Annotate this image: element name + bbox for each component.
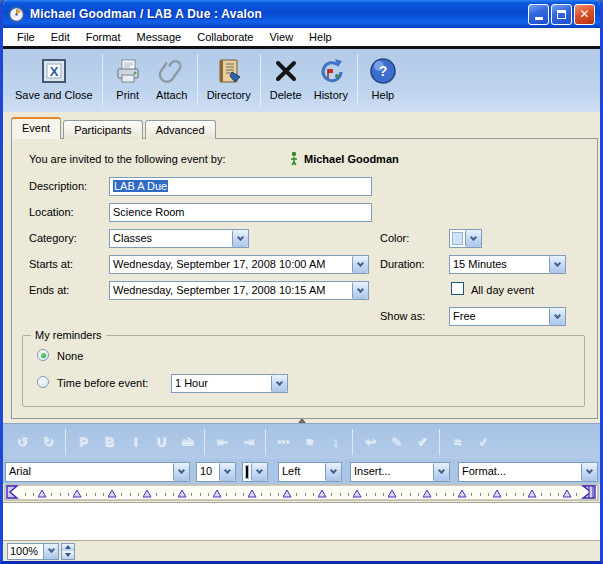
toolbar-separator	[265, 429, 266, 455]
close-button[interactable]: ✕	[574, 4, 595, 25]
tab-participants[interactable]: Participants	[63, 120, 142, 139]
insert-below-icon[interactable]: ↓	[323, 431, 347, 453]
directory-button[interactable]: Directory	[201, 53, 257, 103]
menu-help[interactable]: Help	[301, 30, 340, 44]
show-as-select[interactable]: Free	[449, 307, 566, 326]
zoom-spinner[interactable]	[61, 543, 75, 560]
chevron-down-icon[interactable]	[549, 256, 565, 273]
print-button[interactable]: Print	[106, 53, 150, 103]
approve-icon[interactable]: ✔	[410, 431, 434, 453]
titlebar[interactable]: Michael Goodman / LAB A Due : Avalon ✕	[3, 0, 600, 28]
minimize-button[interactable]	[528, 4, 549, 25]
menu-file[interactable]: File	[9, 30, 43, 44]
message-body[interactable]	[3, 502, 600, 540]
zoom-select[interactable]: 100%	[7, 543, 59, 560]
delete-button[interactable]: Delete	[264, 53, 308, 103]
maximize-button[interactable]	[551, 4, 572, 25]
attach-button[interactable]: Attach	[150, 53, 194, 103]
format-select[interactable]: Format...	[458, 462, 598, 482]
menu-message[interactable]: Message	[129, 30, 190, 44]
menu-collaborate[interactable]: Collaborate	[189, 30, 261, 44]
spellcheck-icon[interactable]: ✓	[471, 431, 495, 453]
toolbar-separator	[352, 429, 353, 455]
indent-icon[interactable]: ⇥	[236, 431, 260, 453]
chevron-down-icon[interactable]	[352, 282, 368, 299]
starts-at-label: Starts at:	[29, 258, 73, 270]
help-button[interactable]: ? Help	[361, 53, 405, 103]
location-input[interactable]: Science Room	[109, 203, 372, 222]
color-select[interactable]	[449, 229, 482, 248]
font-toolbar: Arial 10 Left Insert... Format...	[3, 459, 600, 484]
insert-select[interactable]: Insert...	[350, 462, 450, 482]
menu-view[interactable]: View	[261, 30, 301, 44]
tab-stops-icon[interactable]: ⋯	[271, 431, 295, 453]
font-size-select[interactable]: 10	[196, 462, 236, 482]
reminder-none-radio[interactable]	[37, 349, 49, 361]
tab-strip: Event Participants Advanced	[11, 116, 218, 138]
plain-text-icon[interactable]: P	[71, 431, 95, 453]
undo-icon[interactable]: ↺	[10, 431, 34, 453]
event-tab-panel: You are invited to the following event b…	[11, 138, 598, 419]
history-button[interactable]: History	[308, 53, 354, 103]
chevron-down-icon[interactable]	[219, 463, 235, 481]
ruler[interactable]	[3, 484, 600, 502]
maximize-icon	[557, 10, 566, 19]
chevron-down-icon[interactable]	[433, 463, 449, 481]
chevron-down-icon[interactable]	[232, 230, 248, 247]
spin-down-icon[interactable]	[62, 551, 74, 559]
chevron-down-icon[interactable]	[465, 230, 481, 247]
chevron-down-icon[interactable]	[325, 463, 341, 481]
formatting-toolbar: ↺ ↻ P B I U ab ⇤ ⇥ ⋯ ≡ ↓ ↩ ✎ ✔ ≈ ✓	[3, 423, 600, 459]
show-as-label: Show as:	[380, 310, 425, 322]
chevron-down-icon[interactable]	[271, 375, 287, 392]
duration-select[interactable]: 15 Minutes	[449, 255, 566, 274]
my-reminders-group: My reminders None Time before event: 1 H…	[22, 335, 585, 407]
chevron-down-icon[interactable]	[173, 463, 189, 481]
main-toolbar: X Save and Close Print	[3, 49, 600, 112]
menu-format[interactable]: Format	[78, 30, 129, 44]
toolbar-separator	[357, 54, 358, 106]
outdent-icon[interactable]: ⇤	[210, 431, 234, 453]
fixed-font-icon[interactable]: ab	[175, 431, 199, 453]
ends-at-select[interactable]: Wednesday, September 17, 2008 10:15 AM	[109, 281, 369, 300]
chevron-down-icon[interactable]	[251, 463, 267, 481]
svg-text:X: X	[49, 64, 58, 79]
font-family-select[interactable]: Arial	[5, 462, 190, 482]
underline-icon[interactable]: U	[149, 431, 173, 453]
italic-icon[interactable]: I	[123, 431, 147, 453]
save-and-close-button[interactable]: X Save and Close	[9, 53, 99, 103]
all-day-checkbox[interactable]	[451, 282, 464, 295]
chevron-down-icon[interactable]	[43, 544, 58, 559]
redo-icon[interactable]: ↻	[36, 431, 60, 453]
chevron-down-icon[interactable]	[549, 308, 565, 325]
invite-text: You are invited to the following event b…	[29, 153, 226, 165]
toolbar-separator	[439, 429, 440, 455]
reminder-time-radio[interactable]	[37, 376, 49, 388]
font-color-swatch	[245, 465, 249, 479]
tab-event[interactable]: Event	[11, 117, 61, 139]
alignment-select[interactable]: Left	[278, 462, 342, 482]
menu-edit[interactable]: Edit	[43, 30, 78, 44]
description-label: Description:	[29, 180, 87, 192]
revert-icon[interactable]: ↩	[358, 431, 382, 453]
reminder-time-select[interactable]: 1 Hour	[171, 374, 288, 393]
spin-up-icon[interactable]	[62, 544, 74, 552]
history-icon	[316, 55, 346, 87]
category-select[interactable]: Classes	[109, 229, 249, 248]
font-color-select[interactable]	[242, 462, 268, 482]
tab-advanced[interactable]: Advanced	[145, 120, 216, 139]
chevron-down-icon[interactable]	[352, 256, 368, 273]
directory-icon	[214, 55, 244, 87]
signature-icon[interactable]: ≈	[445, 431, 469, 453]
description-input[interactable]: LAB A Due	[109, 177, 372, 196]
bold-icon[interactable]: B	[97, 431, 121, 453]
minimize-icon	[535, 17, 543, 20]
organizer-name: Michael Goodman	[304, 153, 399, 165]
chevron-down-icon[interactable]	[581, 463, 597, 481]
paragraph-icon[interactable]: ≡	[297, 431, 321, 453]
attach-icon	[157, 55, 187, 87]
quote-pen-icon[interactable]: ✎	[384, 431, 408, 453]
starts-at-select[interactable]: Wednesday, September 17, 2008 10:00 AM	[109, 255, 369, 274]
zoom-level: 100%	[8, 544, 43, 559]
color-swatch	[452, 232, 463, 245]
